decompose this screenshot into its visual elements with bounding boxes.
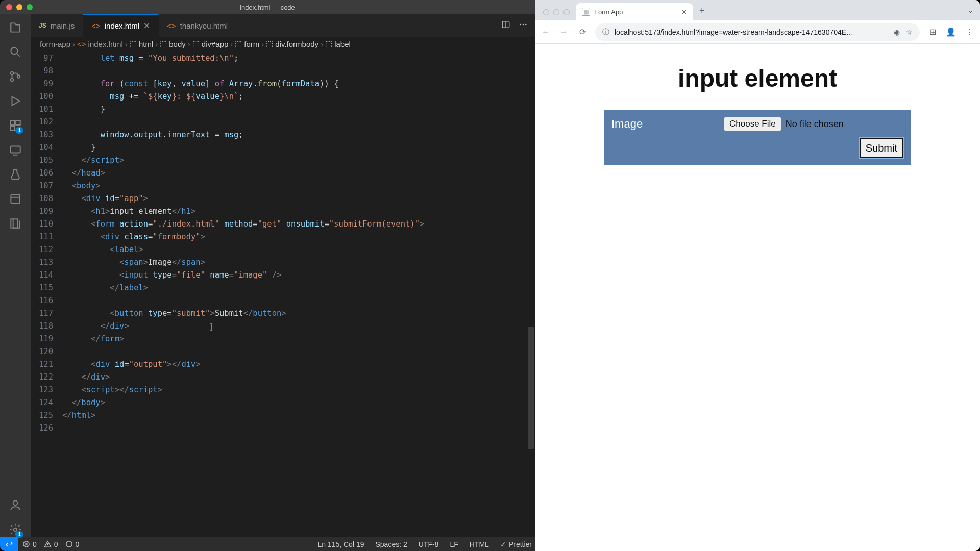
- testing-icon[interactable]: [8, 167, 22, 182]
- breadcrumb-item: ⬚div.formbody: [266, 39, 318, 48]
- account-icon[interactable]: [8, 498, 22, 512]
- browser-menu-button[interactable]: ⋮: [964, 27, 975, 37]
- close-tab-icon[interactable]: ✕: [681, 8, 687, 16]
- svg-point-1: [11, 72, 13, 74]
- bookmark-icon[interactable]: [8, 192, 22, 206]
- tab-label: main.js: [51, 21, 75, 30]
- editor-scrollbar[interactable]: [528, 327, 534, 449]
- tab-list-button[interactable]: ⌄: [967, 5, 974, 15]
- code-editor[interactable]: 9798991001011021031041051061071081091101…: [31, 51, 535, 537]
- svg-rect-8: [11, 194, 19, 203]
- file-input[interactable]: Choose File No file chosen: [724, 117, 844, 131]
- browser-tab-strip: ▦ Form App ✕ + ⌄: [535, 0, 980, 20]
- hints-count[interactable]: 0: [65, 540, 80, 548]
- back-button[interactable]: ←: [540, 28, 551, 37]
- svg-point-11: [14, 528, 17, 532]
- indentation[interactable]: Spaces: 2: [375, 540, 407, 548]
- submit-button[interactable]: Submit: [860, 138, 903, 158]
- tab-label: index.html: [105, 21, 139, 30]
- tab-label: thankyou.html: [180, 21, 228, 30]
- tab-thankyou-html[interactable]: <> thankyou.html: [159, 14, 236, 37]
- language-mode[interactable]: HTML: [470, 540, 489, 548]
- warnings-count[interactable]: 0: [44, 540, 58, 548]
- url-text: localhost:5173/index.html?image=water-st…: [615, 28, 889, 36]
- svg-point-15: [525, 24, 527, 26]
- close-window-button[interactable]: [6, 4, 12, 10]
- code-content[interactable]: let msg = "You submitted:\n"; for (const…: [62, 51, 535, 537]
- settings-gear-icon[interactable]: 1: [8, 522, 22, 537]
- editor-tabs: JS main.js <> index.html ✕ <> thankyou.h…: [31, 14, 535, 37]
- form-row-image: Image Choose File No file chosen: [611, 117, 903, 131]
- svg-rect-7: [10, 146, 20, 153]
- browser-toolbar: ← → ⟳ ⓘ localhost:5173/index.html?image=…: [535, 20, 980, 44]
- svg-point-13: [520, 24, 521, 26]
- svg-point-17: [66, 541, 71, 547]
- activity-bar: 1 1: [0, 14, 31, 537]
- status-bar: 0 0 0 Ln 115, Col 19 Spaces: 2 UTF-8 LF …: [0, 537, 535, 551]
- browser-tab-title: Form App: [594, 8, 623, 16]
- choose-file-button[interactable]: Choose File: [724, 117, 781, 131]
- svg-point-0: [11, 47, 17, 54]
- address-bar[interactable]: ⓘ localhost:5173/index.html?image=water-…: [595, 23, 920, 41]
- text-cursor-icon: [207, 321, 216, 333]
- run-debug-icon[interactable]: [8, 94, 22, 108]
- reload-button[interactable]: ⟳: [577, 27, 588, 37]
- breadcrumbs[interactable]: form-app› <>index.html› ⬚html› ⬚body› ⬚d…: [31, 37, 535, 51]
- browser-maximize-button[interactable]: [564, 9, 570, 15]
- html-file-icon: <>: [91, 21, 101, 30]
- explorer-icon[interactable]: [8, 20, 22, 35]
- eol[interactable]: LF: [450, 540, 458, 548]
- browser-window: ▦ Form App ✕ + ⌄ ← → ⟳ ⓘ localhost:5173/…: [535, 0, 980, 551]
- source-control-icon[interactable]: [8, 69, 22, 84]
- forward-button[interactable]: →: [558, 28, 570, 37]
- encoding[interactable]: UTF-8: [419, 540, 439, 548]
- svg-point-10: [13, 500, 18, 505]
- editor-area: JS main.js <> index.html ✕ <> thankyou.h…: [31, 14, 535, 537]
- breadcrumb-item: form-app: [40, 40, 70, 48]
- svg-rect-4: [10, 120, 15, 125]
- html-file-icon: <>: [167, 21, 176, 30]
- remote-icon[interactable]: [8, 143, 22, 157]
- vscode-window: index.html — code 1 1: [0, 0, 535, 551]
- more-actions-icon[interactable]: [519, 20, 528, 31]
- tab-index-html[interactable]: <> index.html ✕: [83, 14, 159, 37]
- references-icon[interactable]: [8, 216, 22, 231]
- close-tab-icon[interactable]: ✕: [143, 21, 150, 31]
- svg-rect-6: [10, 126, 15, 131]
- svg-point-3: [17, 75, 20, 78]
- extensions-icon[interactable]: 1: [8, 118, 22, 133]
- profile-button[interactable]: 👤: [945, 27, 957, 37]
- extensions-button[interactable]: ⊞: [927, 27, 938, 37]
- site-info-icon[interactable]: ⓘ: [602, 28, 609, 37]
- form: Image Choose File No file chosen Submit: [604, 110, 911, 165]
- errors-count[interactable]: 0: [22, 540, 37, 548]
- remote-button[interactable]: [0, 537, 18, 552]
- bookmark-icon[interactable]: ☆: [906, 28, 913, 36]
- browser-minimize-button[interactable]: [553, 9, 559, 15]
- form-label: Image: [611, 117, 703, 131]
- minimize-window-button[interactable]: [16, 4, 22, 10]
- page-title: input element: [678, 64, 837, 92]
- breadcrumb-item: <>index.html: [77, 40, 123, 48]
- browser-close-button[interactable]: [543, 9, 549, 15]
- cursor-position[interactable]: Ln 115, Col 19: [317, 540, 364, 548]
- html-file-icon: <>: [77, 40, 86, 48]
- breadcrumb-item: ⬚html: [130, 39, 153, 48]
- split-editor-icon[interactable]: [501, 20, 510, 31]
- tab-main-js[interactable]: JS main.js: [31, 14, 83, 37]
- svg-rect-9: [11, 219, 17, 228]
- extensions-badge: 1: [15, 127, 23, 134]
- search-icon[interactable]: [8, 45, 22, 59]
- new-tab-button[interactable]: +: [693, 6, 711, 20]
- translate-icon[interactable]: ◉: [894, 28, 900, 36]
- breadcrumb-item: ⬚label: [325, 39, 351, 48]
- settings-badge: 1: [15, 531, 23, 538]
- breadcrumb-item: ⬚form: [235, 39, 259, 48]
- prettier-status[interactable]: ✓ Prettier: [500, 540, 532, 548]
- titlebar: index.html — code: [0, 0, 535, 14]
- window-controls: [6, 4, 33, 10]
- maximize-window-button[interactable]: [27, 4, 33, 10]
- browser-tab[interactable]: ▦ Form App ✕: [576, 3, 693, 20]
- svg-point-14: [523, 24, 524, 26]
- file-name-text: No file chosen: [786, 119, 844, 130]
